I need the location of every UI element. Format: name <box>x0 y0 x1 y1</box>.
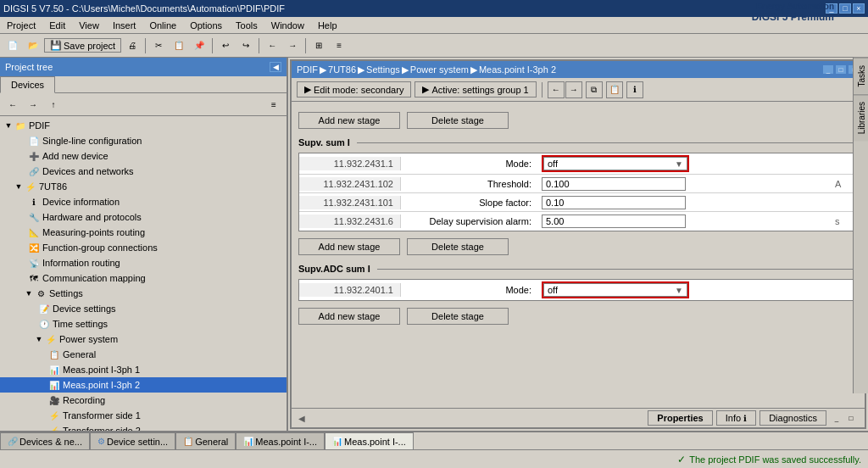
expand-power-system[interactable]: ▼ <box>34 334 44 344</box>
menu-edit[interactable]: Edit <box>46 20 69 31</box>
tree-item-7ut86[interactable]: ▼ ⚡ 7UT86 <box>0 179 287 194</box>
tree-item-device-settings[interactable]: 📝 Device settings <box>0 301 287 316</box>
device-settings-tab-label: Device settin... <box>107 437 168 447</box>
save-project-button[interactable]: 💾 Save project <box>44 38 121 53</box>
toolbar-separator-4 <box>305 38 306 53</box>
vertical-side-tabs: Tasks Libraries <box>853 58 868 393</box>
active-settings-button[interactable]: ▶ Active: settings group 1 <box>415 81 536 98</box>
edit-mode-button[interactable]: ▶ Edit mode: secondary <box>297 81 411 98</box>
redo-button[interactable]: ↪ <box>236 36 255 55</box>
forward-button[interactable]: → <box>283 36 302 55</box>
active-settings-label: Active: settings group 1 <box>431 85 528 95</box>
expand-7ut86[interactable]: ▼ <box>14 181 24 192</box>
tree-item-add-device[interactable]: ▷ ➕ Add new device <box>0 148 287 164</box>
info-nav-button[interactable]: ℹ <box>626 81 643 98</box>
undo-button[interactable]: ↩ <box>216 36 235 55</box>
tree-forward-button[interactable]: → <box>24 95 42 114</box>
tree-item-general[interactable]: 📋 General <box>0 347 287 362</box>
menu-tools[interactable]: Tools <box>232 20 261 31</box>
menu-help[interactable]: Help <box>314 20 341 31</box>
tree-back-button[interactable]: ← <box>3 95 22 114</box>
paste-button[interactable]: 📌 <box>190 36 209 55</box>
tree-item-measuring-routing[interactable]: 📐 Measuring-points routing <box>0 225 287 240</box>
info-button[interactable]: Info ℹ <box>716 410 756 426</box>
threshold-input[interactable] <box>542 177 686 191</box>
tree-item-meas-point-1[interactable]: 📊 Meas.point I-3ph 1 <box>0 362 287 377</box>
tree-item-device-info[interactable]: ℹ Device information <box>0 194 287 209</box>
tree-item-recording[interactable]: ▷ 🎥 Recording <box>0 393 287 408</box>
delete-stage-button-3[interactable]: Delete stage <box>407 308 509 325</box>
tb-extra-1[interactable]: ⊞ <box>309 36 328 55</box>
menu-online[interactable]: Online <box>146 20 180 31</box>
status-text: The project PDIF was saved successfully. <box>689 454 861 465</box>
nav-back-button[interactable]: ← <box>548 81 565 98</box>
tasks-tab[interactable]: Tasks <box>854 58 868 94</box>
paste-nav-button[interactable]: 📋 <box>606 81 623 98</box>
back-button[interactable]: ← <box>263 36 281 55</box>
tree-item-pdif[interactable]: ▼ 📁 PDIF <box>0 118 287 133</box>
device-settings-label: Device settings <box>53 304 116 314</box>
diagnostics-button[interactable]: Diagnostics <box>760 410 826 426</box>
tree-item-devices-networks[interactable]: ▷ 🔗 Devices and networks <box>0 164 287 179</box>
comm-mapping-label: Communication mapping <box>42 273 146 283</box>
slope-input[interactable] <box>542 196 686 209</box>
menu-project[interactable]: Project <box>3 20 39 31</box>
tree-item-single-line[interactable]: ▷ 📄 Single-line configuration <box>0 133 287 148</box>
close-button[interactable]: × <box>853 3 865 14</box>
tree-item-function-connections[interactable]: 🔀 Function-group connections <box>0 240 287 255</box>
panel-minimize-button[interactable]: _ <box>830 411 843 425</box>
tree-item-power-system[interactable]: ▼ ⚡ Power system <box>0 332 287 347</box>
tree-item-hw-protocols[interactable]: 🔧 Hardware and protocols <box>0 209 287 225</box>
adc-mode-select[interactable]: off ▼ <box>543 283 687 297</box>
libraries-tab[interactable]: Libraries <box>854 94 868 141</box>
add-stage-button-2[interactable]: Add new stage <box>298 238 400 255</box>
delete-stage-button-1[interactable]: Delete stage <box>407 112 509 129</box>
panel-maximize-button[interactable]: □ <box>844 411 858 425</box>
copy-button[interactable]: 📋 <box>170 36 188 55</box>
value-delay <box>537 213 832 230</box>
value-mode: off ▼ <box>537 153 832 174</box>
bottom-tab-device-settings[interactable]: ⚙ Device settin... <box>90 432 175 449</box>
new-button[interactable]: 📄 <box>3 36 22 55</box>
bottom-tab-general[interactable]: 📋 General <box>175 432 236 449</box>
pdif-label: PDIF <box>29 120 50 131</box>
tree-item-transformer-s2[interactable]: ▷ ⚡ Transformer side 2 <box>0 423 287 431</box>
tree-item-meas-point-2[interactable]: 📊 Meas.point I-3ph 2 <box>0 377 287 393</box>
copy-nav-button[interactable]: ⧉ <box>586 81 603 98</box>
tree-item-settings[interactable]: ▼ ⚙ Settings <box>0 286 287 301</box>
open-button[interactable]: 📂 <box>24 36 42 55</box>
properties-button[interactable]: Properties <box>648 410 712 426</box>
content-maximize-button[interactable]: □ <box>835 64 847 75</box>
bottom-tab-meas-point-l[interactable]: 📊 Meas.point I-... <box>236 432 325 449</box>
expand-pdif[interactable]: ▼ <box>3 120 14 131</box>
content-minimize-button[interactable]: _ <box>822 64 834 75</box>
maximize-button[interactable]: □ <box>839 3 851 14</box>
delay-input[interactable] <box>542 214 686 228</box>
nav-forward-button[interactable]: → <box>565 81 582 98</box>
delete-stage-button-2[interactable]: Delete stage <box>407 238 509 255</box>
mode-select[interactable]: off ▼ <box>543 157 687 170</box>
menu-insert[interactable]: Insert <box>109 20 140 31</box>
add-stage-button-1[interactable]: Add new stage <box>298 112 400 129</box>
tree-item-comm-mapping[interactable]: 🗺 Communication mapping <box>0 270 287 286</box>
tree-collapse-button[interactable]: ◀ <box>270 62 281 72</box>
menu-window[interactable]: Window <box>268 20 308 31</box>
tree-tabs: Devices <box>0 76 287 93</box>
add-stage-button-3[interactable]: Add new stage <box>298 308 400 325</box>
tree-item-info-routing[interactable]: 📡 Information routing <box>0 255 287 270</box>
menu-view[interactable]: View <box>75 20 103 31</box>
meas-point-active-icon: 📊 <box>332 437 342 446</box>
tb-extra-2[interactable]: ≡ <box>330 36 348 55</box>
menu-options[interactable]: Options <box>186 20 225 31</box>
bottom-tab-devices-ne[interactable]: 🔗 Devices & ne... <box>0 432 90 449</box>
expand-settings[interactable]: ▼ <box>24 288 34 298</box>
tree-item-time-settings[interactable]: 🕐 Time settings <box>0 316 287 332</box>
tree-item-transformer-s1[interactable]: ▷ ⚡ Transformer side 1 <box>0 408 287 423</box>
tree-tab-devices[interactable]: Devices <box>0 76 55 93</box>
print-button[interactable]: 🖨 <box>123 36 142 55</box>
tree-up-button[interactable]: ↑ <box>44 95 63 114</box>
meas-point-1-icon: 📊 <box>47 363 61 376</box>
cut-button[interactable]: ✂ <box>149 36 168 55</box>
bottom-tab-meas-point-active[interactable]: 📊 Meas.point I-... <box>325 432 414 449</box>
tree-menu-button[interactable]: ≡ <box>264 95 283 114</box>
